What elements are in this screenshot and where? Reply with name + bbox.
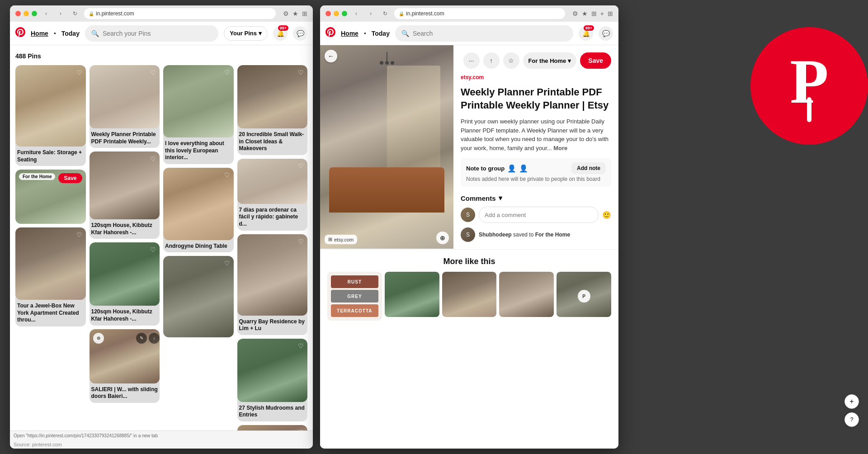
search-input-left[interactable] bbox=[103, 30, 212, 37]
bookmark-icon-right[interactable]: ★ bbox=[582, 10, 588, 17]
more-link[interactable]: More bbox=[553, 145, 567, 151]
save-icon-120sqm2[interactable]: ♡ bbox=[150, 246, 156, 253]
extension-icon[interactable]: ⚙ bbox=[283, 10, 289, 17]
pin-card-forthehome[interactable]: For the Home Save bbox=[15, 170, 86, 224]
pin-source[interactable]: etsy.com bbox=[461, 74, 611, 80]
lens-button[interactable]: ⊕ bbox=[436, 232, 449, 244]
save-icon-european[interactable]: ♡ bbox=[224, 69, 230, 76]
notification-button-left[interactable]: 🔔 99+ bbox=[273, 26, 288, 41]
pin-card-mudrooms[interactable]: 27 Stylish Mudrooms and Entries ♡ bbox=[237, 339, 308, 421]
pin-card-planner[interactable]: Weekly Planner Printable PDF Printable W… bbox=[90, 65, 160, 148]
refresh-button[interactable]: ↻ bbox=[70, 9, 80, 18]
save-icon-console[interactable]: ♡ bbox=[298, 429, 304, 430]
nav-home-left[interactable]: Home bbox=[31, 30, 48, 37]
share-button[interactable]: ↑ bbox=[483, 52, 500, 69]
add-note-button[interactable]: Add note bbox=[571, 162, 606, 174]
lock-icon-right: 🔒 bbox=[399, 11, 404, 16]
close-button[interactable] bbox=[15, 11, 21, 16]
minimize-button[interactable] bbox=[24, 11, 29, 16]
your-pins-button[interactable]: Your Pins ▾ bbox=[224, 26, 268, 41]
pin-card-furniture[interactable]: Furniture Sale: Storage + Seating ♡ bbox=[15, 65, 86, 166]
pin-card-console[interactable]: Console Tables ♡ bbox=[237, 425, 308, 430]
nav-home-right[interactable]: Home bbox=[341, 30, 359, 37]
save-icon-androgyne[interactable]: ♡ bbox=[224, 171, 230, 179]
save-icon-closet2[interactable]: ♡ bbox=[224, 260, 230, 267]
pin-card-tour[interactable]: Tour a Jewel-Box New York Apartment Crea… bbox=[15, 227, 86, 326]
pin-title-mudrooms: 27 Stylish Mudrooms and Entries bbox=[239, 405, 306, 419]
pin-card-androgyne[interactable]: Androgyne Dining Table ♡ bbox=[163, 168, 234, 253]
pinterest-logo-right[interactable] bbox=[326, 27, 335, 40]
save-icon-120sqm[interactable]: ♡ bbox=[150, 155, 156, 162]
grid-icon-right[interactable]: ⊞ bbox=[608, 10, 613, 17]
activity-text: Shubhodeep saved to For the Home bbox=[479, 232, 570, 238]
back-button[interactable]: ‹ bbox=[41, 9, 52, 18]
pin-card-closet[interactable]: 20 Incredible Small Walk-in Closet Ideas… bbox=[237, 65, 308, 155]
save-button-forthehome[interactable]: Save bbox=[58, 173, 82, 183]
search-input-right[interactable] bbox=[413, 30, 567, 37]
save-icon-planner[interactable]: ♡ bbox=[150, 69, 156, 76]
plus-icon-right[interactable]: + bbox=[600, 10, 604, 17]
pin-card-salieri[interactable]: ⊚ ✎ ↓ SALIERI | W... with sliding doors … bbox=[90, 329, 160, 403]
save-icon-mudrooms[interactable]: ♡ bbox=[298, 342, 304, 350]
more-like-section: More like this RUST GREY TERRACOTTA bbox=[320, 249, 618, 328]
pin-card-dias[interactable]: 7 días para ordenar ca fácil y rápido: g… bbox=[237, 159, 308, 231]
back-button-right[interactable]: ‹ bbox=[351, 9, 362, 18]
pin-card-120sqm[interactable]: 120sqm House, Kibbutz Kfar Hahoresh -...… bbox=[90, 151, 160, 239]
pin-card-closet2[interactable]: ♡ bbox=[163, 256, 234, 337]
bookmark-icon[interactable]: ★ bbox=[292, 10, 298, 17]
pin-card-quarry[interactable]: Quarry Bay Residence by Lim + Lu ♡ bbox=[237, 234, 308, 335]
save-icon-dias[interactable]: ♡ bbox=[298, 162, 304, 170]
forward-button[interactable]: › bbox=[55, 9, 66, 18]
more-like-card-room3[interactable] bbox=[499, 272, 554, 321]
save-icon-quarry[interactable]: ♡ bbox=[298, 238, 304, 245]
search-bar-right[interactable]: 🔍 bbox=[395, 25, 573, 42]
board-badge-forthehome: For the Home bbox=[19, 173, 55, 180]
pin-download-icon[interactable]: ↓ bbox=[149, 333, 160, 344]
activity-item-shubhodeep: S Shubhodeep saved to For the Home bbox=[461, 227, 611, 242]
search-bar-left[interactable]: 🔍 bbox=[85, 25, 218, 42]
pin-card-european[interactable]: I love everything about this lovely Euro… bbox=[163, 65, 234, 164]
bookmark-pin-button[interactable]: ☆ bbox=[503, 52, 519, 69]
board-selector-button[interactable]: For the Home ▾ bbox=[523, 52, 577, 69]
more-like-card-room1[interactable] bbox=[385, 272, 439, 321]
pin-info-120sqm: 120sqm House, Kibbutz Kfar Hahoresh -... bbox=[90, 219, 160, 239]
save-pin-button[interactable]: Save bbox=[580, 52, 611, 69]
refresh-button-right[interactable]: ↻ bbox=[380, 9, 391, 18]
close-button-right[interactable] bbox=[326, 11, 331, 16]
window-icon-right[interactable]: ⊞ bbox=[591, 10, 597, 17]
comment-input[interactable] bbox=[479, 207, 599, 223]
minimize-button-right[interactable] bbox=[334, 11, 339, 16]
color-swatch-terracotta: TERRACOTTA bbox=[331, 304, 378, 317]
address-bar-left[interactable]: 🔒 in.pinterest.com bbox=[84, 8, 276, 19]
nav-today-left[interactable]: Today bbox=[61, 30, 80, 37]
nav-today-right[interactable]: Today bbox=[372, 30, 390, 37]
pin-card-120sqm2[interactable]: 120sqm House, Kibbutz Kfar Hahoresh -...… bbox=[90, 242, 160, 325]
message-button-right[interactable]: 💬 bbox=[599, 26, 613, 41]
notification-button-right[interactable]: 🔔 99+ bbox=[579, 26, 593, 41]
save-icon-tour[interactable]: ♡ bbox=[76, 231, 82, 238]
save-icon-closet[interactable]: ♡ bbox=[298, 69, 304, 76]
emoji-button[interactable]: 🙂 bbox=[602, 211, 611, 219]
extension-icon-right[interactable]: ⚙ bbox=[572, 10, 578, 17]
pinterest-logo-left[interactable] bbox=[15, 27, 25, 40]
etsy-icon: ⊞ bbox=[328, 236, 332, 242]
pin-main-image: ⊞ etsy.com ⊕ bbox=[320, 45, 453, 249]
forward-button-right[interactable]: › bbox=[365, 9, 376, 18]
more-like-card-room4[interactable]: P bbox=[557, 272, 611, 321]
more-options-button[interactable]: ··· bbox=[463, 52, 480, 69]
address-bar-right[interactable]: 🔒 in.pinterest.com bbox=[394, 8, 565, 19]
window-controls-icon[interactable]: ⊞ bbox=[302, 10, 307, 17]
back-button-detail[interactable]: ← bbox=[325, 50, 337, 62]
pin-edit-icon[interactable]: ✎ bbox=[136, 333, 147, 344]
more-like-card-palette[interactable]: RUST GREY TERRACOTTA bbox=[327, 272, 382, 321]
message-button-left[interactable]: 💬 bbox=[293, 26, 307, 41]
save-icon-furniture[interactable]: ♡ bbox=[76, 69, 82, 76]
maximize-button[interactable] bbox=[32, 11, 37, 16]
maximize-button-right[interactable] bbox=[342, 11, 347, 16]
pin-info-european: I love everything about this lovely Euro… bbox=[163, 137, 234, 164]
share-icon: ↑ bbox=[490, 57, 493, 64]
more-like-card-room2[interactable] bbox=[442, 272, 497, 321]
lens-icon: ⊕ bbox=[440, 234, 445, 241]
pin-image-source-tag[interactable]: ⊞ etsy.com bbox=[325, 235, 357, 244]
back-icon: ← bbox=[328, 52, 334, 60]
